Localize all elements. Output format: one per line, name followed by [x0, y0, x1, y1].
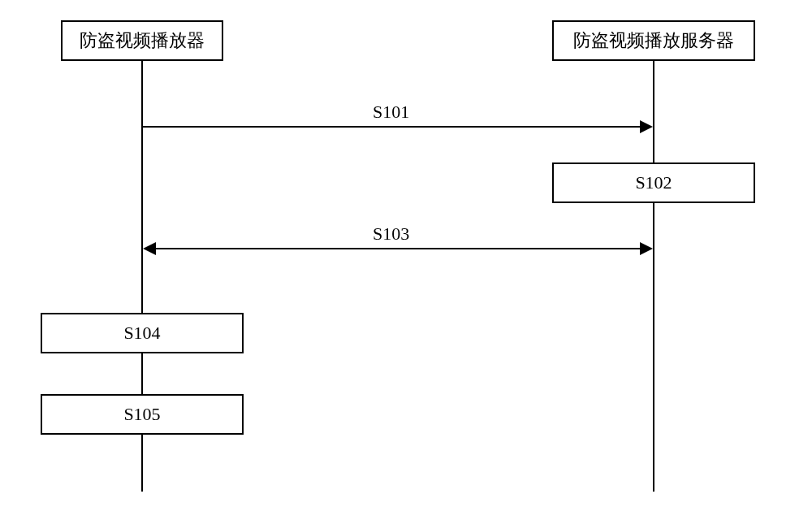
step-s102-label: S102: [635, 172, 672, 193]
arrow-s103-label: S103: [369, 223, 412, 245]
arrow-s103: [156, 248, 640, 249]
step-s104-box: S104: [41, 313, 244, 353]
step-s104-label: S104: [123, 323, 160, 344]
lifeline-right: [653, 61, 654, 492]
participant-right-label: 防盗视频播放服务器: [573, 28, 734, 53]
arrow-s101-label: S101: [369, 102, 412, 123]
participant-right-box: 防盗视频播放服务器: [552, 20, 755, 61]
arrow-s101: [143, 126, 640, 128]
step-s102-box: S102: [552, 162, 755, 203]
step-s105-label: S105: [123, 404, 160, 425]
arrow-s101-head: [640, 120, 653, 133]
participant-left-label: 防盗视频播放器: [80, 28, 205, 53]
arrow-s103-head-right: [640, 242, 653, 255]
participant-left-box: 防盗视频播放器: [61, 20, 223, 61]
step-s105-box: S105: [41, 394, 244, 435]
arrow-s103-head-left: [143, 242, 156, 255]
